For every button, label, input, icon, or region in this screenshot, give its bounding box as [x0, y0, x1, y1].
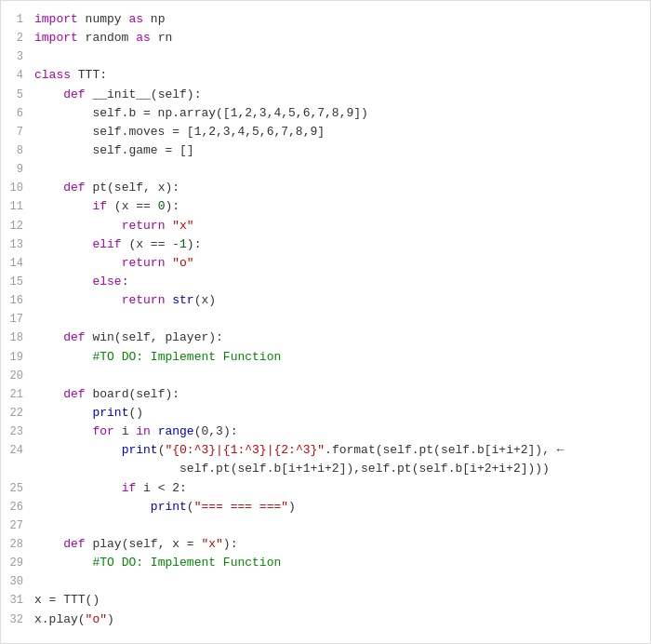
line-number: 3: [1, 48, 34, 66]
code-line: 20: [1, 367, 650, 385]
line-number: 11: [1, 198, 34, 216]
code-content: x.play("o"): [34, 610, 643, 629]
line-number: 19: [1, 349, 34, 367]
code-line: 16 return str(x): [1, 291, 650, 310]
code-line: 19 #TO DO: Implement Function: [1, 348, 650, 367]
code-line: self.pt(self.b[i+1+i+2]),self.pt(self.b[…: [1, 460, 650, 478]
code-content: self.pt(self.b[i+1+i+2]),self.pt(self.b[…: [34, 460, 643, 478]
line-number: 12: [1, 218, 34, 235]
code-content: else:: [34, 273, 643, 291]
code-content: [34, 160, 643, 179]
code-content: [34, 572, 643, 591]
line-number: 26: [1, 499, 34, 517]
code-line: 17: [1, 310, 650, 329]
code-line: 6 self.b = np.array([1,2,3,4,5,6,7,8,9]): [1, 104, 650, 123]
code-line: 7 self.moves = [1,2,3,4,5,6,7,8,9]: [1, 123, 650, 141]
line-number: 27: [1, 517, 34, 535]
code-line: 11 if (x == 0):: [1, 197, 650, 216]
code-content: [34, 47, 643, 66]
code-content: elif (x == -1):: [34, 235, 643, 254]
code-content: #TO DO: Implement Function: [34, 348, 643, 367]
code-line: 18 def win(self, player):: [1, 329, 650, 347]
line-number: 28: [1, 536, 34, 554]
line-number: 5: [1, 87, 34, 104]
line-number: 30: [1, 573, 34, 591]
line-number: 6: [1, 105, 34, 123]
line-number: 24: [1, 442, 34, 460]
code-line: 32x.play("o"): [1, 610, 650, 629]
line-number: 29: [1, 555, 34, 572]
code-content: def play(self, x = "x"):: [34, 535, 643, 554]
code-line: 15 else:: [1, 273, 650, 291]
line-number: 21: [1, 386, 34, 404]
code-line: 2import random as rn: [1, 29, 650, 47]
code-content: def board(self):: [34, 385, 643, 404]
code-line: 21 def board(self):: [1, 385, 650, 404]
line-number: 22: [1, 405, 34, 423]
code-content: self.b = np.array([1,2,3,4,5,6,7,8,9]): [34, 104, 643, 123]
code-line: 4class TTT:: [1, 66, 650, 85]
code-line: 5 def __init__(self):: [1, 86, 650, 104]
code-content: if i < 2:: [34, 479, 643, 498]
code-content: def __init__(self):: [34, 86, 643, 104]
code-content: for i in range(0,3):: [34, 423, 643, 441]
line-number: 18: [1, 329, 34, 347]
code-content: print("=== === ==="): [34, 498, 643, 517]
code-content: self.game = []: [34, 141, 643, 160]
code-content: return "o": [34, 254, 643, 273]
code-content: [34, 367, 643, 385]
line-number: 31: [1, 592, 34, 610]
line-number: 1: [1, 11, 34, 29]
line-number: 16: [1, 292, 34, 310]
code-line: 24 print("{0:^3}|{1:^3}|{2:^3}".format(s…: [1, 441, 650, 460]
code-content: class TTT:: [34, 66, 643, 85]
code-content: [34, 310, 643, 329]
line-number: 13: [1, 236, 34, 254]
line-number: 32: [1, 611, 34, 629]
code-line: 14 return "o": [1, 254, 650, 273]
code-line: 9: [1, 160, 650, 179]
line-number: 25: [1, 480, 34, 498]
line-number: 7: [1, 124, 34, 141]
code-content: return str(x): [34, 291, 643, 310]
line-number: 9: [1, 161, 34, 179]
code-line: 22 print(): [1, 404, 650, 423]
code-content: print("{0:^3}|{1:^3}|{2:^3}".format(self…: [34, 441, 643, 460]
code-line: 28 def play(self, x = "x"):: [1, 535, 650, 554]
code-editor: 1import numpy as np2import random as rn3…: [0, 0, 651, 644]
code-line: 30: [1, 572, 650, 591]
line-number: 8: [1, 142, 34, 160]
line-number: 14: [1, 255, 34, 273]
line-number: 17: [1, 311, 34, 329]
code-content: def pt(self, x):: [34, 179, 643, 197]
code-line: 27: [1, 517, 650, 535]
code-content: #TO DO: Implement Function: [34, 554, 643, 572]
code-line: 31x = TTT(): [1, 591, 650, 610]
code-content: def win(self, player):: [34, 329, 643, 347]
code-line: 12 return "x": [1, 217, 650, 235]
code-line: 13 elif (x == -1):: [1, 235, 650, 254]
code-content: x = TTT(): [34, 591, 643, 610]
code-line: 10 def pt(self, x):: [1, 179, 650, 197]
line-number: 2: [1, 30, 34, 47]
code-content: if (x == 0):: [34, 197, 643, 216]
code-content: [34, 517, 643, 535]
code-content: import numpy as np: [34, 10, 643, 29]
code-line: 25 if i < 2:: [1, 479, 650, 498]
code-line: 23 for i in range(0,3):: [1, 423, 650, 441]
line-number: 10: [1, 180, 34, 197]
line-number: 4: [1, 67, 34, 85]
code-line: 3: [1, 47, 650, 66]
code-line: 8 self.game = []: [1, 141, 650, 160]
line-number: 15: [1, 274, 34, 291]
line-number: 20: [1, 368, 34, 385]
code-line: 29 #TO DO: Implement Function: [1, 554, 650, 572]
line-number: 23: [1, 423, 34, 441]
code-line: 26 print("=== === ==="): [1, 498, 650, 517]
code-content: self.moves = [1,2,3,4,5,6,7,8,9]: [34, 123, 643, 141]
code-content: import random as rn: [34, 29, 643, 47]
code-content: return "x": [34, 217, 643, 235]
code-content: print(): [34, 404, 643, 423]
code-line: 1import numpy as np: [1, 10, 650, 29]
